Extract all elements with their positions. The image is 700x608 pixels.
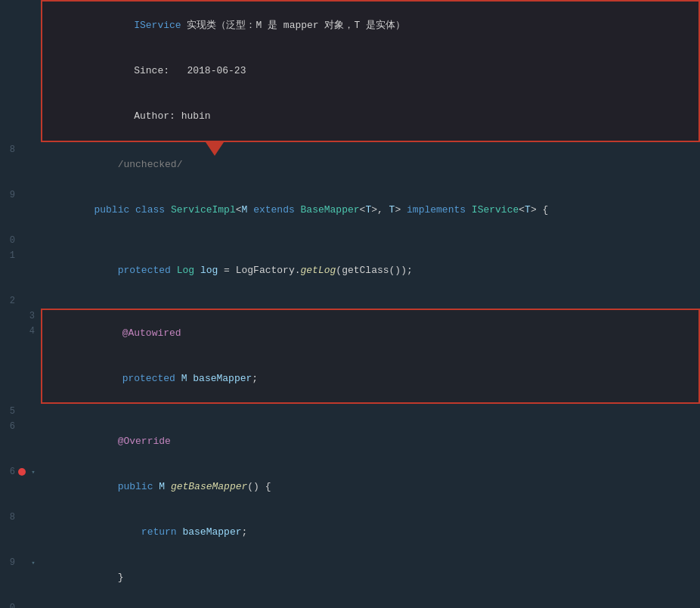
line-gutter: 9 ▾	[0, 555, 44, 570]
code-line: Since: 2018-06-23	[48, 48, 692, 94]
code-line-getbasemapper: 6 ▾ public M getBaseMapper() {	[0, 464, 700, 510]
code-line: Author: hubin	[48, 94, 692, 139]
line-gutter: 8	[0, 510, 44, 525]
code-line: 9 public class ServiceImpl<M extends Bas…	[0, 188, 700, 233]
code-line: 0	[0, 600, 700, 608]
code-line: 9 ▾ }	[0, 555, 700, 600]
line-gutter: 5	[0, 404, 44, 419]
code-line: @Autowired	[48, 311, 692, 356]
code-line: protected M baseMapper;	[48, 356, 692, 402]
line-gutter: 6	[0, 419, 44, 434]
code-line: IService 实现类（泛型：M 是 mapper 对象，T 是实体）	[48, 3, 692, 48]
code-line: 5	[0, 404, 700, 419]
debug-breakpoint-icon[interactable]	[18, 468, 26, 476]
code-line: 8 /unchecked/	[0, 142, 700, 188]
line-gutter: 8	[0, 142, 44, 157]
code-line: 2	[0, 293, 700, 309]
code-editor: IService 实现类（泛型：M 是 mapper 对象，T 是实体） Sin…	[0, 0, 700, 608]
autowired-block: @Autowired protected M baseMapper; 3 4	[0, 309, 700, 404]
arrow-down-icon	[206, 142, 224, 156]
code-line: 8 return baseMapper;	[0, 510, 700, 555]
line-gutter: 1	[0, 248, 44, 263]
code-line: 6 @Override	[0, 419, 700, 464]
line-gutter: 6 ▾	[0, 464, 44, 479]
code-lines: IService 实现类（泛型：M 是 mapper 对象，T 是实体） Sin…	[0, 0, 700, 608]
code-line: 0	[0, 233, 700, 248]
line-gutter: 2	[0, 293, 44, 309]
code-line: 1 protected Log log = LogFactory.getLog(…	[0, 248, 700, 293]
line-gutter: 0	[0, 600, 44, 608]
line-gutter: 9	[0, 188, 44, 203]
line-gutter: 0	[0, 233, 44, 248]
